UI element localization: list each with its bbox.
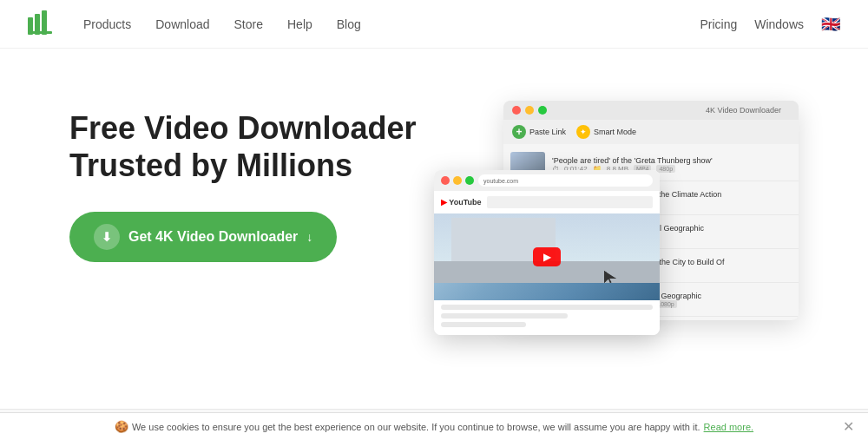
cookie-close-button[interactable]: ✕: [843, 418, 854, 435]
nav-pricing[interactable]: Pricing: [700, 17, 737, 31]
yt-search-bar[interactable]: [487, 196, 653, 208]
browser-content: ▶ YouTube ▶: [434, 191, 660, 335]
arrow-icon: ↓: [306, 230, 312, 244]
window-controls: [512, 106, 547, 115]
smart-mode-btn[interactable]: ✦ Smart Mode: [576, 125, 636, 139]
hero-right: 4K Video Downloader + Paste Link ✦ Smart…: [451, 101, 799, 378]
cookie-icon: 🍪: [115, 420, 128, 433]
hero-title: Free Video Downloader Trusted by Million…: [69, 109, 434, 184]
maximize-dot: [538, 106, 547, 115]
nav-help[interactable]: Help: [287, 17, 312, 31]
app-titlebar: 4K Video Downloader: [503, 101, 799, 120]
item-title-1: 'People are tired' of the 'Greta Thunber…: [552, 156, 792, 165]
cta-label: Get 4K Video Downloader: [128, 229, 298, 245]
nav-products[interactable]: Products: [83, 17, 131, 31]
yt-content-row: [441, 322, 526, 327]
browser-titlebar: youtube.com: [434, 170, 660, 191]
hero-section: Free Video Downloader Trusted by Million…: [0, 49, 868, 409]
nav-store[interactable]: Store: [234, 17, 263, 31]
logo[interactable]: [28, 10, 56, 38]
navbar: Products Download Store Help Blog Pricin…: [0, 0, 868, 49]
smart-icon: ✦: [576, 125, 590, 139]
yt-below-content: [434, 300, 660, 335]
nav-right: Pricing Windows 🇬🇧: [700, 15, 840, 34]
hero-left: Free Video Downloader Trusted by Million…: [69, 101, 434, 262]
close-dot: [512, 106, 521, 115]
nav-download[interactable]: Download: [155, 17, 209, 31]
nav-blog[interactable]: Blog: [337, 17, 361, 31]
browser-urlbar[interactable]: youtube.com: [478, 174, 653, 187]
browser-min: [453, 176, 462, 185]
cookie-bar: 🍪 We use cookies to ensure you get the b…: [0, 412, 868, 440]
cookie-text: We use cookies to ensure you get the bes…: [132, 422, 700, 432]
cta-button[interactable]: ⬇ Get 4K Video Downloader ↓: [69, 212, 337, 262]
yt-content-row: [441, 313, 568, 319]
svg-rect-3: [30, 31, 52, 34]
cookie-read-more[interactable]: Read more.: [704, 422, 753, 432]
svg-rect-2: [42, 10, 47, 35]
yt-play-button[interactable]: ▶: [533, 247, 561, 266]
plus-icon: +: [512, 125, 526, 139]
yt-header: ▶ YouTube: [434, 191, 660, 213]
nav-links: Products Download Store Help Blog: [83, 17, 700, 31]
yt-video-area: ▶: [434, 213, 660, 300]
minimize-dot: [525, 106, 534, 115]
youtube-logo: ▶ YouTube: [441, 198, 482, 207]
yt-content-row: [441, 305, 653, 310]
cloud-download-icon: ⬇: [94, 224, 120, 250]
nav-windows[interactable]: Windows: [754, 17, 804, 31]
paste-link-btn[interactable]: + Paste Link: [512, 125, 566, 139]
browser-max: [465, 176, 474, 185]
app-window-title: 4K Video Downloader: [706, 106, 781, 115]
browser-window: youtube.com ▶ YouTube ▶: [434, 170, 660, 335]
language-flag[interactable]: 🇬🇧: [821, 15, 840, 34]
browser-close: [441, 176, 450, 185]
browser-controls: [441, 176, 474, 185]
yt-overlay: ▶: [434, 213, 660, 300]
app-toolbar: + Paste Link ✦ Smart Mode: [503, 120, 799, 144]
